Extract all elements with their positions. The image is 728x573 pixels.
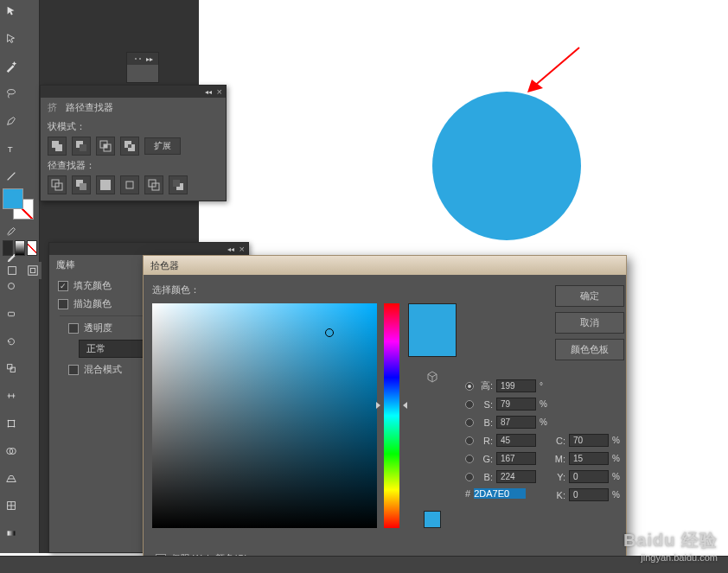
g-input[interactable]: 167	[496, 452, 536, 465]
saturation-value-box[interactable]	[152, 303, 377, 528]
hue-slider[interactable]	[384, 303, 399, 528]
checkbox-icon[interactable]	[68, 323, 79, 334]
svg-point-13	[8, 426, 10, 428]
hue-input[interactable]: 199	[496, 379, 536, 392]
blend-mode-label: 混合模式	[84, 363, 122, 376]
hex-input[interactable]: 2DA7E0	[474, 488, 526, 499]
gradient-tool[interactable]	[3, 525, 20, 542]
scale-tool[interactable]	[3, 360, 20, 377]
y-input[interactable]: 0	[569, 470, 609, 483]
rotate-tool[interactable]	[3, 333, 20, 350]
radio-bri[interactable]	[465, 418, 474, 427]
cancel-button[interactable]: 取消	[555, 312, 624, 334]
close-icon[interactable]: ×	[217, 86, 222, 97]
cube-icon[interactable]	[426, 371, 438, 383]
checkbox-checked-icon[interactable]: ✓	[58, 281, 68, 291]
panel-tabs: 挤 路径查找器	[41, 98, 226, 117]
m-input[interactable]: 15	[569, 452, 609, 465]
blend-value: 正常	[86, 342, 105, 355]
intersect-icon[interactable]	[96, 137, 115, 156]
minus-back-icon[interactable]	[169, 175, 188, 194]
minus-front-icon[interactable]	[72, 137, 91, 156]
shape-builder-tool[interactable]	[3, 442, 20, 460]
line-tool[interactable]	[3, 168, 20, 185]
svg-rect-19	[9, 267, 16, 275]
k-input[interactable]: 0	[569, 488, 609, 501]
blue-circle-shape[interactable]	[432, 92, 581, 240]
free-transform-tool[interactable]	[3, 415, 20, 432]
checkbox-icon[interactable]	[58, 299, 68, 309]
perspective-grid-tool[interactable]	[3, 470, 20, 487]
r-input[interactable]: 45	[496, 434, 536, 447]
svg-rect-7	[9, 312, 15, 315]
divide-icon[interactable]	[48, 175, 67, 194]
collapsed-panel-strip[interactable]: ▸▸	[126, 52, 159, 83]
crop-icon[interactable]	[120, 175, 139, 194]
previous-color-swatch[interactable]	[424, 511, 441, 528]
pen-tool[interactable]	[3, 112, 20, 130]
sv-cursor-icon	[325, 328, 334, 337]
color-mode-gradient[interactable]	[15, 240, 25, 256]
swatches-button[interactable]: 颜色色板	[555, 339, 624, 360]
sat-field: S: 79 %	[465, 398, 624, 411]
unite-icon[interactable]	[48, 137, 67, 156]
screen-mode-row	[3, 261, 42, 280]
pathfinder-panel: ◂◂ × 挤 路径查找器 状模式： 扩展 径查找器：	[40, 85, 227, 201]
svg-rect-8	[8, 365, 12, 369]
eraser-tool[interactable]	[3, 305, 20, 322]
lasso-tool[interactable]	[3, 85, 20, 102]
radio-r[interactable]	[465, 436, 474, 445]
ok-button[interactable]: 确定	[555, 285, 624, 307]
collapse-icon[interactable]: ◂◂	[227, 245, 234, 253]
trim-icon[interactable]	[72, 175, 91, 194]
select-color-label: 选择颜色：	[152, 283, 458, 296]
tab-magic-wand[interactable]: 魔棒	[56, 258, 75, 271]
full-screen-mode[interactable]	[24, 262, 42, 279]
panel-header[interactable]: ◂◂ ×	[49, 243, 248, 255]
magic-wand-tool[interactable]	[3, 58, 20, 75]
svg-rect-10	[9, 420, 15, 426]
tab-align[interactable]: 挤	[48, 101, 57, 114]
selection-tool[interactable]	[3, 3, 20, 20]
sat-input[interactable]: 79	[496, 398, 536, 411]
pathfinder-label: 径查找器：	[48, 159, 219, 172]
color-preview	[408, 303, 457, 357]
stroke-color-label: 描边颜色	[73, 297, 112, 310]
radio-sat[interactable]	[465, 400, 474, 409]
bri-input[interactable]: 87	[496, 416, 536, 429]
dialog-titlebar[interactable]: 拾色器	[144, 256, 626, 275]
mesh-tool[interactable]	[3, 497, 20, 514]
radio-b[interactable]	[465, 473, 474, 481]
svg-rect-28	[104, 144, 107, 148]
type-tool[interactable]: T	[3, 140, 20, 157]
expand-icon[interactable]: ▸▸	[146, 55, 153, 63]
svg-point-14	[14, 426, 16, 428]
direct-selection-tool[interactable]	[3, 30, 20, 48]
expand-button[interactable]: 扩展	[144, 137, 181, 155]
color-mode-solid[interactable]	[3, 240, 13, 256]
svg-rect-31	[128, 144, 131, 148]
c-input[interactable]: 70	[569, 434, 609, 447]
svg-rect-35	[80, 183, 86, 190]
collapse-icon[interactable]: ◂◂	[205, 88, 212, 96]
width-tool[interactable]	[3, 387, 20, 404]
radio-hue[interactable]	[465, 382, 474, 391]
svg-rect-21	[30, 268, 35, 272]
exclude-icon[interactable]	[120, 137, 139, 156]
watermark: Baidu 经验 jingyan.baidu.com	[623, 529, 718, 563]
paintbrush-tool[interactable]	[3, 222, 20, 239]
svg-point-11	[8, 420, 10, 422]
svg-rect-18	[8, 532, 16, 536]
outline-icon[interactable]	[144, 175, 163, 194]
fill-swatch[interactable]	[3, 188, 23, 209]
radio-g[interactable]	[465, 455, 474, 463]
color-mode-none[interactable]	[27, 240, 37, 256]
checkbox-icon[interactable]	[68, 365, 79, 375]
tab-pathfinder[interactable]: 路径查找器	[66, 101, 113, 114]
svg-point-12	[14, 420, 16, 422]
close-icon[interactable]: ×	[239, 244, 245, 254]
panel-header[interactable]: ◂◂ ×	[41, 86, 226, 98]
normal-screen-mode[interactable]	[3, 262, 21, 279]
b-input[interactable]: 224	[496, 470, 536, 483]
merge-icon[interactable]	[96, 175, 115, 194]
